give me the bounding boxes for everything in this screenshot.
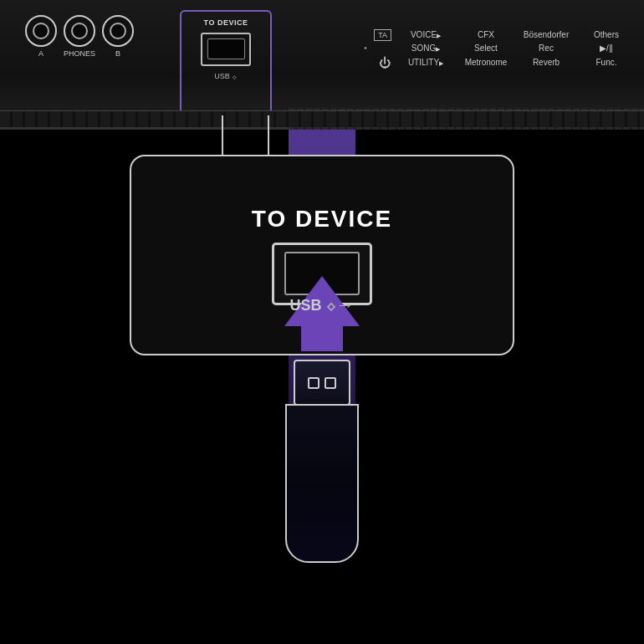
reverb-button[interactable]: Reverb [517, 57, 575, 69]
usb-port-inner [207, 38, 245, 59]
select-button[interactable]: Select [457, 43, 515, 54]
jack-a-group: A [25, 15, 57, 58]
usb-label-bottom: USB ⬦ [214, 71, 238, 81]
usb-connector-head [294, 360, 350, 406]
usb-text: USB [214, 72, 230, 80]
device-panel: A PHONES B TO DEVICE USB ⬦ TA [0, 0, 644, 130]
jack-b-outer [102, 15, 134, 47]
jack-b-inner [110, 23, 126, 39]
others-button[interactable]: Others [577, 29, 636, 41]
dot-indicator: • [336, 43, 395, 54]
connector-line-left [222, 115, 223, 159]
voice-button[interactable]: VOICE▶ [396, 29, 455, 41]
right-panel-controls: TA VOICE▶ CFX Bösendorfer Others • SONG▶… [301, 29, 644, 69]
metronome-button[interactable]: Metronome [457, 57, 515, 69]
jack-a-inner [33, 23, 49, 39]
usb-arrow-label: USB ⬦→ [289, 294, 354, 316]
jack-b-label: B [115, 49, 120, 58]
jack-phones-label: PHONES [64, 49, 95, 58]
keys-area [0, 110, 644, 127]
cfx-button[interactable]: CFX [457, 29, 515, 41]
jack-a-outer [25, 15, 57, 47]
jacks-area: A PHONES B [25, 15, 134, 58]
usb-pin-left [308, 377, 319, 389]
jack-phones-inner [71, 23, 88, 39]
usb-drive-body [285, 404, 359, 563]
zoom-to-device-label: TO DEVICE [252, 206, 392, 233]
panel-row-2: • SONG▶ Select Rec ▶/‖ [301, 43, 644, 54]
panel-row-3: ⏻ UTILITY▶ Metronome Reverb Func. [301, 56, 644, 69]
power-button[interactable]: ⏻ [379, 56, 391, 69]
utility-button[interactable]: UTILITY▶ [396, 57, 455, 69]
connector-line-right [268, 115, 269, 159]
usb-port-panel-highlight: TO DEVICE USB ⬦ [180, 10, 272, 115]
usb-flash-drive [285, 360, 359, 563]
usb-port-rect [201, 33, 251, 66]
play-pause-button[interactable]: ▶/‖ [577, 43, 636, 54]
arrow-shaft [301, 326, 343, 351]
jack-phones-outer [64, 15, 95, 47]
jack-phones-group: PHONES [64, 15, 95, 58]
rec-button[interactable]: Rec [517, 43, 575, 54]
jack-b-group: B [102, 15, 134, 58]
panel-row-1: TA VOICE▶ CFX Bösendorfer Others [301, 29, 644, 41]
usb-pin-right [325, 377, 336, 389]
song-button[interactable]: SONG▶ [396, 43, 455, 54]
usb-arrow-symbol: ⬦→ [325, 294, 355, 316]
bosendorfer-button[interactable]: Bösendorfer [517, 29, 575, 41]
jack-a-label: A [38, 49, 43, 58]
usb-symbol-small: ⬦ [232, 71, 238, 81]
func-button[interactable]: Func. [577, 57, 636, 69]
usb-port-top-label: TO DEVICE [204, 18, 248, 28]
ta-button[interactable]: TA [374, 29, 391, 41]
usb-label-text: USB [289, 297, 321, 314]
